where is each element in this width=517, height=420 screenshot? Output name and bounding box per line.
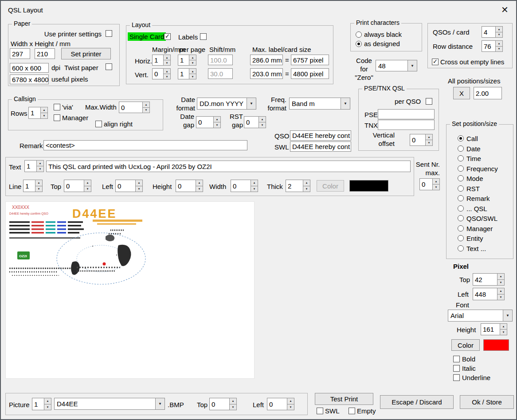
test-print-button[interactable]: Test Print xyxy=(315,393,373,405)
code-for-zero-value[interactable]: 48 xyxy=(376,60,407,71)
chevron-down-icon[interactable] xyxy=(341,98,350,109)
always-black-radio[interactable] xyxy=(356,31,362,38)
spin-up-icon[interactable] xyxy=(497,288,505,294)
per-qso-checkbox[interactable] xyxy=(426,98,432,105)
spin-up-icon[interactable] xyxy=(229,398,237,404)
spin-up-icon[interactable] xyxy=(163,55,171,60)
radio-time[interactable] xyxy=(458,155,464,161)
escape-discard-button[interactable]: Escape / Discard xyxy=(380,395,454,409)
line-width-input[interactable]: 0 xyxy=(231,180,251,192)
tnx-input[interactable] xyxy=(378,120,435,130)
line-left-input[interactable]: 0 xyxy=(115,180,135,192)
swl-checkbox[interactable] xyxy=(317,408,323,414)
all-positions-x-button[interactable]: X xyxy=(453,87,470,99)
remark-input[interactable]: <contest> xyxy=(43,140,247,150)
spin-up-icon[interactable] xyxy=(213,116,221,122)
chevron-down-icon[interactable] xyxy=(155,398,164,409)
spin-down-icon[interactable] xyxy=(142,108,150,114)
vert-per-page-input[interactable]: 1 xyxy=(178,68,189,79)
line-height-input[interactable]: 0 xyxy=(176,180,196,192)
bold-checkbox[interactable] xyxy=(453,356,460,362)
empty-checkbox[interactable] xyxy=(349,408,355,414)
spin-up-icon[interactable] xyxy=(287,398,294,404)
radio-mode[interactable] xyxy=(458,175,464,181)
align-right-checkbox[interactable] xyxy=(95,121,102,127)
spin-down-icon[interactable] xyxy=(196,186,203,192)
vert-margin-input[interactable]: 0 xyxy=(152,68,163,79)
pse-input[interactable] xyxy=(378,109,435,119)
spin-up-icon[interactable] xyxy=(258,116,266,122)
radio-entity[interactable] xyxy=(458,235,464,241)
pixel-top-input[interactable]: 42 xyxy=(473,273,497,286)
spin-up-icon[interactable] xyxy=(135,180,143,186)
spin-down-icon[interactable] xyxy=(425,140,433,146)
single-card-checkbox[interactable] xyxy=(164,33,171,40)
radio-qsl[interactable] xyxy=(458,205,464,212)
rows-input[interactable]: 1 xyxy=(28,107,40,119)
spin-down-icon[interactable] xyxy=(163,60,171,66)
spin-down-icon[interactable] xyxy=(303,186,310,192)
all-positions-factor-input[interactable]: 2.00 xyxy=(474,87,502,99)
text-index-input[interactable]: 1 xyxy=(24,160,36,172)
rst-gap-input[interactable]: 0 xyxy=(244,116,258,128)
line-thick-input[interactable]: 2 xyxy=(286,180,303,192)
spin-down-icon[interactable] xyxy=(497,294,505,301)
font-color-button[interactable]: Color xyxy=(451,339,480,351)
as-designed-radio[interactable] xyxy=(356,41,362,47)
spin-up-icon[interactable] xyxy=(495,40,503,47)
row-distance-input[interactable]: 76 xyxy=(482,40,495,52)
horiz-per-page-input[interactable]: 1 xyxy=(178,55,189,66)
spin-up-icon[interactable] xyxy=(495,26,503,32)
spin-down-icon[interactable] xyxy=(500,330,507,335)
spin-down-icon[interactable] xyxy=(497,280,505,286)
vertical-offset-input[interactable]: 0 xyxy=(410,134,425,146)
twist-paper-checkbox[interactable] xyxy=(106,63,112,70)
line-input[interactable]: 1 xyxy=(23,180,35,192)
labels-checkbox[interactable] xyxy=(200,33,207,40)
radio-frequency[interactable] xyxy=(458,165,464,172)
spin-down-icon[interactable] xyxy=(495,32,503,38)
pixel-left-input[interactable]: 448 xyxy=(473,288,497,300)
spin-up-icon[interactable] xyxy=(432,178,440,184)
spin-up-icon[interactable] xyxy=(84,180,91,186)
qsos-per-card-input[interactable]: 4 xyxy=(482,26,495,38)
text-value-input[interactable]: This QSL card printed with UcxLog - Apri… xyxy=(46,161,411,172)
spin-up-icon[interactable] xyxy=(497,273,505,280)
radio-text[interactable] xyxy=(458,245,464,251)
spin-up-icon[interactable] xyxy=(425,134,433,140)
picture-value[interactable]: D44EE xyxy=(55,398,155,409)
spin-up-icon[interactable] xyxy=(163,68,171,74)
spin-up-icon[interactable] xyxy=(196,180,203,186)
spin-down-icon[interactable] xyxy=(163,74,171,79)
close-icon[interactable]: ✕ xyxy=(501,5,509,14)
sent-nr-input[interactable]: 0 xyxy=(419,178,432,190)
spin-up-icon[interactable] xyxy=(500,323,507,330)
freq-format-value[interactable]: Band m xyxy=(290,98,341,109)
use-printer-settings-checkbox[interactable] xyxy=(106,30,112,37)
radio-rst[interactable] xyxy=(458,185,464,192)
spin-up-icon[interactable] xyxy=(142,102,150,108)
spin-down-icon[interactable] xyxy=(35,186,43,192)
chevron-down-icon[interactable] xyxy=(407,60,417,71)
spin-down-icon[interactable] xyxy=(189,60,196,66)
spin-down-icon[interactable] xyxy=(40,113,48,119)
swl-text-input[interactable]: D44EE hereby cont xyxy=(290,141,351,152)
radio-call[interactable] xyxy=(458,135,464,141)
spin-up-icon[interactable] xyxy=(189,68,196,74)
paper-height-input[interactable]: 210 xyxy=(35,48,55,59)
spin-down-icon[interactable] xyxy=(287,404,294,411)
chevron-down-icon[interactable] xyxy=(247,98,256,109)
font-height-input[interactable]: 161 xyxy=(481,323,500,335)
spin-up-icon[interactable] xyxy=(35,180,43,186)
cross-out-empty-lines-checkbox[interactable] xyxy=(432,59,439,65)
radio-manager[interactable] xyxy=(458,225,464,232)
font-color-swatch[interactable] xyxy=(483,339,509,351)
line-top-input[interactable]: 0 xyxy=(64,180,84,192)
picture-top-input[interactable]: 0 xyxy=(209,398,229,410)
chevron-down-icon[interactable] xyxy=(503,310,512,321)
spin-down-icon[interactable] xyxy=(44,404,51,411)
underline-checkbox[interactable] xyxy=(453,374,460,381)
spin-down-icon[interactable] xyxy=(495,47,503,52)
spin-down-icon[interactable] xyxy=(36,166,44,172)
spin-down-icon[interactable] xyxy=(258,122,266,128)
